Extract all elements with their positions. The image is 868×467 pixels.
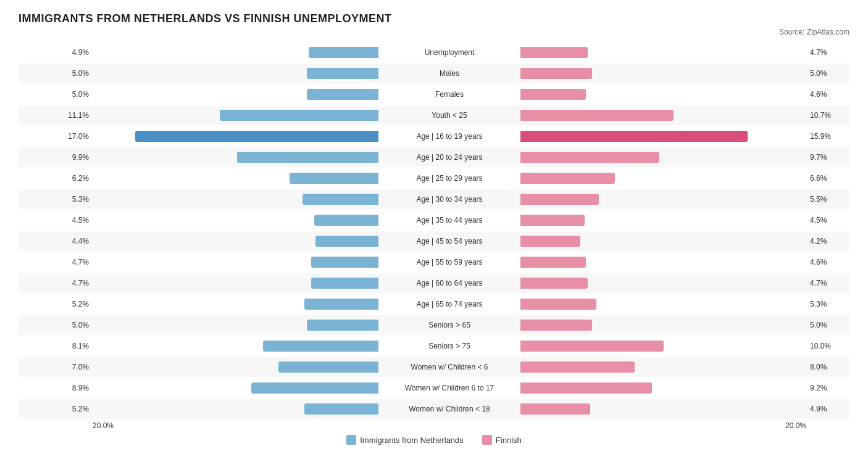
left-bar (304, 299, 378, 310)
left-value: 9.9% (19, 153, 93, 162)
right-value: 4.7% (806, 279, 849, 287)
left-value: 8.1% (19, 342, 93, 350)
left-bar (314, 215, 378, 226)
right-bar (520, 89, 586, 100)
left-bar (304, 403, 378, 415)
right-value: 9.2% (806, 384, 849, 392)
axis-right-label: 20.0% (785, 421, 806, 430)
row-label: Age | 55 to 59 years (378, 258, 520, 267)
right-bar (520, 341, 664, 352)
left-bar (311, 257, 378, 268)
chart-row: 5.0% Seniors > 65 5.0% (19, 315, 849, 335)
right-value: 10.0% (806, 342, 849, 350)
chart-area: 4.9% Unemployment 4.7% 5.0% Males 5.0% 5… (19, 43, 849, 419)
row-label: Age | 45 to 54 years (378, 237, 520, 246)
row-label: Youth < 25 (378, 111, 520, 120)
right-value: 4.5% (806, 216, 849, 225)
right-bar (520, 68, 592, 79)
row-label: Age | 25 to 29 years (378, 174, 520, 183)
chart-row: 5.3% Age | 30 to 34 years 5.5% (19, 189, 849, 209)
right-value: 4.7% (806, 48, 849, 57)
left-value: 4.4% (19, 237, 93, 246)
chart-row: 11.1% Youth < 25 10.7% (19, 105, 849, 125)
row-label: Age | 35 to 44 years (378, 216, 520, 225)
right-value: 5.0% (806, 321, 849, 329)
left-bar (135, 131, 378, 142)
right-bar (520, 299, 596, 310)
row-label: Seniors > 65 (378, 321, 520, 329)
right-bar (520, 152, 659, 163)
chart-row: 6.2% Age | 25 to 29 years 6.6% (19, 168, 849, 188)
left-value: 5.0% (19, 69, 93, 78)
row-label: Women w/ Children < 18 (378, 405, 520, 413)
chart-row: 8.1% Seniors > 75 10.0% (19, 336, 849, 356)
left-bar (237, 152, 378, 163)
left-value: 5.0% (19, 321, 93, 329)
legend: Immigrants from Netherlands Finnish (19, 435, 849, 445)
left-value: 6.2% (19, 174, 93, 183)
chart-row: 4.5% Age | 35 to 44 years 4.5% (19, 210, 849, 230)
row-label: Females (378, 90, 520, 99)
left-value: 8.9% (19, 384, 93, 392)
legend-finland: Finnish (482, 435, 522, 445)
row-label: Age | 30 to 34 years (378, 195, 520, 204)
chart-row: 5.2% Age | 65 to 74 years 5.3% (19, 294, 849, 314)
chart-title: IMMIGRANTS FROM NETHERLANDS VS FINNISH U… (19, 12, 849, 25)
right-bar (520, 194, 599, 205)
left-value: 17.0% (19, 132, 93, 141)
row-label: Age | 20 to 24 years (378, 153, 520, 162)
row-label: Women w/ Children 6 to 17 (378, 384, 520, 392)
chart-row: 5.0% Males 5.0% (19, 64, 849, 83)
row-label: Age | 60 to 64 years (378, 279, 520, 287)
legend-netherlands-box (346, 435, 356, 445)
chart-row: 4.7% Age | 60 to 64 years 4.7% (19, 273, 849, 293)
left-bar (251, 382, 378, 394)
right-bar (520, 110, 674, 121)
row-label: Males (378, 69, 520, 78)
chart-row: 5.0% Females 4.6% (19, 85, 849, 104)
left-value: 7.0% (19, 363, 93, 371)
right-value: 15.9% (806, 132, 849, 141)
legend-finland-label: Finnish (496, 436, 522, 445)
chart-row: 8.9% Women w/ Children 6 to 17 9.2% (19, 378, 849, 398)
legend-netherlands: Immigrants from Netherlands (346, 435, 464, 445)
left-value: 5.3% (19, 195, 93, 204)
chart-row: 4.7% Age | 55 to 59 years 4.6% (19, 252, 849, 272)
row-label: Age | 16 to 19 years (378, 132, 520, 141)
left-bar (278, 362, 378, 373)
right-value: 10.7% (806, 111, 849, 120)
left-bar (309, 47, 378, 58)
row-label: Unemployment (378, 48, 520, 57)
right-value: 5.5% (806, 195, 849, 204)
row-label: Age | 65 to 74 years (378, 300, 520, 308)
chart-row: 17.0% Age | 16 to 19 years 15.9% (19, 126, 849, 146)
right-bar (520, 236, 580, 247)
left-value: 5.0% (19, 90, 93, 99)
left-value: 5.2% (19, 405, 93, 413)
right-bar (520, 403, 590, 415)
source-label: Source: ZipAtlas.com (19, 28, 849, 36)
right-value: 4.6% (806, 258, 849, 267)
left-value: 4.5% (19, 216, 93, 225)
right-value: 5.0% (806, 69, 849, 78)
chart-row: 9.9% Age | 20 to 24 years 9.7% (19, 147, 849, 167)
chart-row: 4.4% Age | 45 to 54 years 4.2% (19, 231, 849, 251)
left-bar (315, 236, 378, 247)
right-bar (520, 362, 635, 373)
right-value: 4.2% (806, 237, 849, 246)
legend-netherlands-label: Immigrants from Netherlands (360, 436, 464, 445)
legend-finland-box (482, 435, 492, 445)
left-bar (220, 110, 378, 121)
right-value: 4.9% (806, 405, 849, 413)
right-value: 4.6% (806, 90, 849, 99)
row-label: Seniors > 75 (378, 342, 520, 350)
chart-row: 5.2% Women w/ Children < 18 4.9% (19, 399, 849, 419)
left-bar (307, 68, 378, 79)
left-value: 4.7% (19, 258, 93, 267)
right-bar (520, 47, 588, 58)
left-value: 5.2% (19, 300, 93, 308)
right-bar (520, 278, 588, 289)
left-bar (263, 341, 379, 352)
axis-row: 20.0% 20.0% (19, 421, 849, 430)
axis-left-label: 20.0% (93, 421, 114, 430)
